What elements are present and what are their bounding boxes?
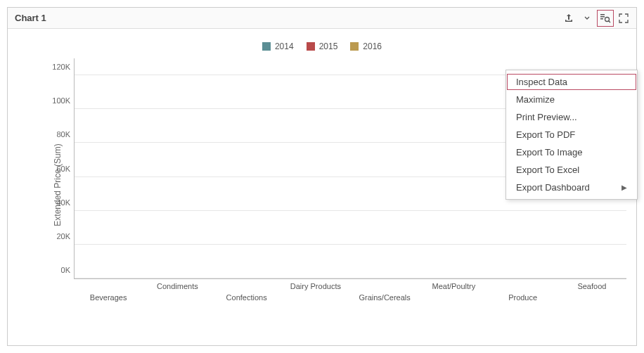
- maximize-icon: [618, 13, 629, 24]
- category-label: Dairy Products: [290, 282, 341, 290]
- export-button[interactable]: [560, 10, 577, 27]
- svg-point-3: [605, 17, 610, 21]
- menu-item-print-preview[interactable]: Print Preview...: [506, 108, 637, 126]
- category-labels: BeveragesCondimentsConfectionsDairy Prod…: [74, 279, 626, 312]
- y-tick-label: 60K: [56, 165, 70, 173]
- category-label: Condiments: [157, 282, 198, 290]
- legend-item[interactable]: 2015: [307, 41, 338, 51]
- menu-item-label: Export Dashboard: [516, 182, 590, 193]
- grid-line: [75, 278, 626, 278]
- inspect-data-button[interactable]: [597, 10, 614, 27]
- panel-toolbar: [560, 10, 632, 27]
- menu-item-inspect-data[interactable]: Inspect Data: [506, 73, 637, 91]
- menu-item-label: Export To Excel: [516, 165, 579, 175]
- category-label: Grains/Cereals: [359, 293, 410, 302]
- category-label: Meat/Poultry: [432, 282, 476, 290]
- panel-header: Chart 1: [8, 8, 636, 29]
- menu-item-maximize[interactable]: Maximize: [506, 91, 637, 108]
- legend: 201420152016: [11, 41, 633, 51]
- maximize-button[interactable]: [615, 10, 632, 27]
- y-tick-label: 40K: [56, 198, 70, 207]
- category-label: Produce: [508, 293, 537, 302]
- chevron-down-icon: [584, 13, 590, 24]
- svg-rect-2: [600, 18, 603, 20]
- svg-rect-0: [600, 14, 605, 15]
- legend-item[interactable]: 2014: [262, 41, 294, 51]
- legend-item[interactable]: 2016: [350, 41, 382, 51]
- inspect-data-icon: [600, 13, 611, 24]
- legend-swatch: [350, 42, 359, 51]
- export-dropdown-button[interactable]: [579, 10, 595, 27]
- menu-item-label: Inspect Data: [516, 77, 567, 87]
- svg-rect-1: [600, 16, 605, 18]
- legend-label: 2015: [319, 41, 338, 51]
- menu-item-export-to-excel[interactable]: Export To Excel: [506, 161, 637, 179]
- y-tick-label: 120K: [52, 63, 70, 71]
- menu-item-label: Export To PDF: [516, 129, 575, 140]
- menu-item-label: Maximize: [516, 94, 555, 105]
- y-tick-label: 100K: [52, 96, 70, 105]
- category-label: Seafood: [577, 282, 606, 290]
- menu-item-export-to-pdf[interactable]: Export To PDF: [506, 126, 637, 143]
- legend-label: 2014: [275, 41, 294, 51]
- menu-item-label: Print Preview...: [516, 112, 577, 122]
- menu-item-export-to-image[interactable]: Export To Image: [506, 143, 637, 161]
- category-label: Beverages: [90, 293, 127, 302]
- y-tick-label: 20K: [56, 232, 70, 240]
- legend-label: 2016: [363, 41, 382, 51]
- context-menu: Inspect DataMaximizePrint Preview...Expo…: [505, 70, 638, 200]
- chart-panel: Chart 1: [7, 7, 637, 346]
- grid-line: [75, 244, 626, 245]
- y-axis-label: Extended Price (Sum): [53, 143, 63, 226]
- menu-item-label: Export To Image: [516, 147, 582, 158]
- panel-title: Chart 1: [15, 13, 560, 23]
- menu-item-export-dashboard[interactable]: Export Dashboard▶: [506, 179, 637, 196]
- export-icon: [563, 13, 574, 24]
- grid-line: [75, 210, 626, 211]
- category-label: Confections: [226, 293, 267, 302]
- legend-swatch: [262, 42, 271, 51]
- chevron-right-icon: ▶: [622, 184, 627, 191]
- legend-swatch: [307, 42, 315, 51]
- y-tick-label: 0K: [61, 266, 70, 274]
- y-tick-label: 80K: [56, 130, 70, 139]
- svg-line-4: [609, 20, 610, 22]
